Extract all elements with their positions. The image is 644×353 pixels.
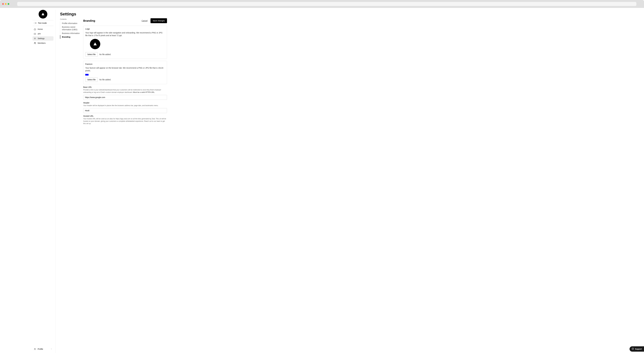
favicon-file-status: No file added. — [99, 78, 111, 81]
nav-item-settings[interactable]: Settings — [32, 36, 54, 41]
nav-label: API — [38, 33, 41, 35]
toc-item-business-info[interactable]: Business information — [60, 31, 80, 35]
toc-item-branding[interactable]: Branding — [60, 35, 80, 39]
favicon-preview — [85, 74, 88, 75]
logo-card-title: Logo — [85, 28, 165, 30]
toc-item-ubo[interactable]: Business owner information (UBO) — [60, 25, 80, 31]
nav-label: Members — [38, 42, 46, 44]
svg-point-3 — [35, 42, 36, 43]
base-url-label: Base URL — [83, 86, 167, 88]
svg-point-4 — [34, 348, 35, 349]
toc-heading: Contents — [60, 18, 80, 20]
svg-point-2 — [34, 42, 35, 43]
triangle-logo-icon — [38, 10, 47, 18]
test-mode-toggle-row: Test mode — [32, 20, 54, 26]
logo-select-file-button[interactable]: Select file — [85, 52, 98, 56]
support-label: Support — [635, 348, 642, 350]
svg-point-1 — [35, 38, 35, 39]
nav-label: Home — [38, 28, 43, 30]
cancel-button[interactable]: Cancel — [142, 20, 148, 22]
header-input[interactable] — [83, 108, 167, 113]
favicon-select-file-button[interactable]: Select file — [85, 77, 98, 82]
company-logo — [32, 10, 54, 20]
base-url-field: Base URL Provide a link to your website/… — [83, 86, 167, 100]
nav-item-home[interactable]: Home — [32, 27, 54, 31]
nav-label: Settings — [38, 37, 44, 39]
favicon-card-desc: Your favicon will appear on the browser … — [85, 66, 165, 72]
profile-label: Profile — [38, 348, 43, 350]
home-icon — [34, 28, 36, 30]
cloud-icon — [34, 33, 36, 35]
chevron-right-icon — [50, 348, 52, 350]
base-url-desc: Provide a link to your website/dashboard… — [83, 89, 167, 93]
help-icon — [632, 348, 634, 350]
nav-item-api[interactable]: API — [32, 32, 54, 36]
save-button[interactable]: Save changes — [150, 18, 167, 23]
test-mode-label: Test mode — [38, 22, 47, 24]
maximize-window-icon[interactable] — [8, 3, 9, 5]
header-desc: Your header will be displayed in places … — [83, 104, 167, 107]
toc-item-profile-info[interactable]: Profile information — [60, 21, 80, 25]
user-icon — [34, 348, 36, 350]
header-field: Header Your header will be displayed in … — [83, 102, 167, 113]
logo-card: Logo Your logo will appear in the side n… — [83, 26, 167, 59]
minimize-window-icon[interactable] — [5, 3, 6, 5]
logo-file-status: No file added. — [99, 53, 111, 55]
window-controls — [2, 3, 9, 5]
triangle-logo-icon — [90, 39, 100, 49]
base-url-input[interactable] — [83, 95, 167, 100]
url-bar[interactable] — [17, 2, 636, 6]
content-area: Settings Contents Profile information Bu… — [56, 8, 644, 353]
table-of-contents: Contents Profile information Business ow… — [60, 18, 80, 132]
hosted-url-desc: Your hosted URL will be used as an alias… — [83, 118, 167, 125]
hosted-url-field: Hosted URL Your hosted URL will be used … — [83, 115, 167, 125]
header-label: Header — [83, 102, 167, 104]
favicon-card: Favicon Your favicon will appear on the … — [83, 61, 167, 84]
support-button[interactable]: Support — [630, 346, 644, 352]
profile-link[interactable]: Profile — [32, 347, 54, 351]
settings-form: Branding Cancel Save changes Logo Your l… — [83, 18, 167, 132]
sidebar: Test mode Home API — [0, 8, 55, 353]
gear-icon — [34, 37, 36, 39]
members-icon — [34, 42, 36, 44]
hosted-url-label: Hosted URL — [83, 115, 167, 117]
favicon-card-title: Favicon — [85, 63, 165, 65]
page-title: Settings — [60, 12, 639, 16]
section-title: Branding — [83, 19, 95, 22]
logo-preview — [90, 39, 165, 50]
title-bar — [0, 0, 644, 8]
nav-item-members[interactable]: Members — [32, 41, 54, 45]
close-window-icon[interactable] — [2, 3, 4, 5]
primary-nav: Home API Settings — [32, 26, 54, 45]
logo-card-desc: Your logo will appear in the side naviga… — [85, 31, 165, 37]
test-mode-toggle[interactable] — [34, 22, 36, 24]
